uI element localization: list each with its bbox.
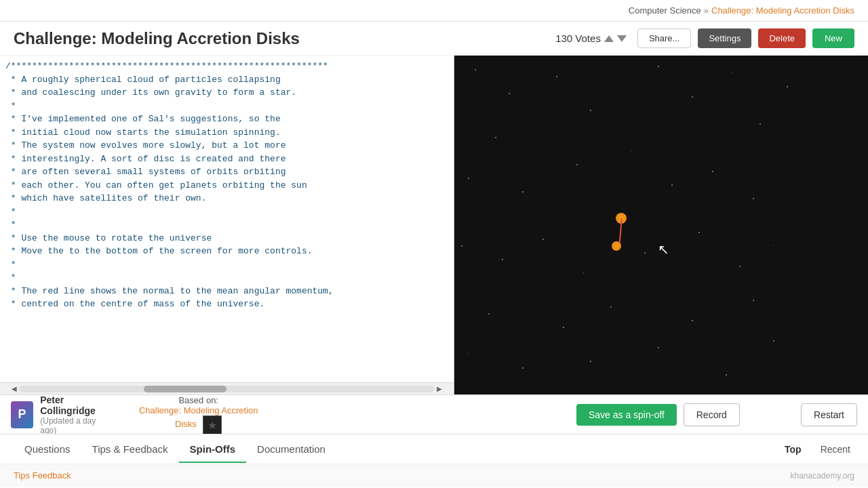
star bbox=[773, 245, 774, 246]
top-nav: Computer Science » Challenge: Modeling A… bbox=[0, 0, 868, 22]
votes-section: 130 Votes bbox=[555, 33, 627, 44]
breadcrumb-current: Challenge: Modeling Accretion Disks bbox=[711, 5, 854, 16]
share-button[interactable]: Share... bbox=[637, 28, 692, 48]
votes-count: 130 Votes bbox=[555, 33, 601, 44]
star bbox=[760, 123, 761, 125]
preview-pane: ↖ bbox=[454, 56, 868, 394]
breadcrumb-separator: » bbox=[704, 5, 709, 16]
footer: Tips Feedback khanacademy.org bbox=[0, 464, 868, 487]
star bbox=[726, 374, 727, 375]
code-pane: ◀ ▶ bbox=[0, 56, 454, 394]
star bbox=[556, 76, 557, 77]
restart-button[interactable]: Restart bbox=[801, 403, 857, 426]
star bbox=[488, 313, 490, 314]
star bbox=[461, 245, 462, 247]
sort-top[interactable]: Top bbox=[781, 441, 806, 458]
cursor-icon: ↖ bbox=[658, 241, 671, 258]
star bbox=[644, 252, 646, 253]
vote-down-icon[interactable] bbox=[617, 35, 627, 42]
star bbox=[542, 239, 544, 240]
record-button[interactable]: Record bbox=[684, 403, 740, 426]
star bbox=[576, 164, 578, 165]
author-updated: (Updated a day ago) bbox=[40, 416, 108, 435]
star bbox=[658, 66, 659, 67]
star bbox=[522, 367, 524, 369]
author-name: Peter Collingridge bbox=[40, 394, 108, 416]
scroll-right-icon[interactable]: ▶ bbox=[435, 384, 444, 394]
star bbox=[712, 171, 713, 172]
scroll-left-icon[interactable]: ◀ bbox=[9, 384, 19, 394]
code-editor-wrapper bbox=[0, 56, 454, 382]
star bbox=[698, 232, 700, 233]
tab-documentation[interactable]: Documentation bbox=[246, 435, 336, 463]
header-controls: 130 Votes Share... Settings Delete New bbox=[555, 28, 854, 48]
avatar: P bbox=[11, 401, 33, 428]
main-content: ◀ ▶ ↖ bbox=[0, 56, 868, 394]
sort-recent[interactable]: Recent bbox=[816, 441, 854, 458]
h-scroll-thumb[interactable] bbox=[144, 386, 227, 392]
tabs-bar: Questions Tips & Feedback Spin-Offs Docu… bbox=[0, 434, 868, 464]
page-title: Challenge: Modeling Accretion Disks bbox=[14, 29, 555, 48]
header: Challenge: Modeling Accretion Disks 130 … bbox=[0, 22, 868, 56]
star-thumbnail-icon: ★ bbox=[203, 415, 222, 434]
tab-tips-feedback[interactable]: Tips & Feedback bbox=[81, 435, 179, 463]
star bbox=[475, 69, 476, 70]
star bbox=[692, 96, 693, 98]
star bbox=[468, 178, 469, 179]
star bbox=[753, 198, 754, 199]
star bbox=[692, 320, 693, 321]
star bbox=[509, 93, 510, 94]
based-on-link[interactable]: Challenge: Modeling Accretion Disks bbox=[139, 405, 258, 429]
star bbox=[495, 137, 496, 138]
star bbox=[671, 184, 673, 186]
preview-controls: Save as a spin-off Record Restart bbox=[576, 403, 857, 426]
star bbox=[590, 361, 591, 362]
star bbox=[787, 86, 788, 87]
star bbox=[502, 259, 503, 260]
star bbox=[753, 300, 754, 301]
code-editor[interactable] bbox=[0, 56, 454, 382]
star bbox=[610, 306, 612, 308]
orange-dot-secondary bbox=[612, 241, 621, 251]
horizontal-scrollbar: ◀ ▶ bbox=[0, 382, 454, 394]
star bbox=[583, 272, 584, 273]
avatar-letter: P bbox=[18, 407, 26, 422]
author-info: P Peter Collingridge (Updated a day ago)… bbox=[11, 394, 269, 435]
save-spin-off-button[interactable]: Save as a spin-off bbox=[576, 404, 677, 426]
h-scroll-track bbox=[19, 386, 435, 392]
star bbox=[658, 347, 659, 348]
star bbox=[773, 340, 774, 342]
footer-brand: khanacademy.org bbox=[791, 471, 855, 481]
breadcrumb-parent: Computer Science bbox=[629, 5, 701, 16]
tab-spin-offs[interactable]: Spin-Offs bbox=[179, 435, 247, 463]
settings-button[interactable]: Settings bbox=[698, 28, 751, 48]
star bbox=[468, 354, 469, 354]
delete-button[interactable]: Delete bbox=[758, 28, 806, 48]
new-button[interactable]: New bbox=[812, 28, 854, 48]
star bbox=[522, 191, 524, 192]
based-on-label: Based on: bbox=[178, 395, 218, 405]
tabs-right: Top Recent bbox=[781, 441, 854, 458]
tab-questions[interactable]: Questions bbox=[14, 435, 81, 463]
star bbox=[732, 73, 733, 73]
star bbox=[563, 327, 564, 328]
star bbox=[739, 266, 741, 267]
footer-tips-link[interactable]: Tips Feedback bbox=[14, 470, 71, 481]
based-on-section: Based on: Challenge: Modeling Accretion … bbox=[128, 395, 269, 434]
star bbox=[590, 110, 591, 111]
bottom-bar: P Peter Collingridge (Updated a day ago)… bbox=[0, 394, 868, 434]
vote-up-icon[interactable] bbox=[604, 35, 614, 42]
star bbox=[631, 150, 631, 151]
